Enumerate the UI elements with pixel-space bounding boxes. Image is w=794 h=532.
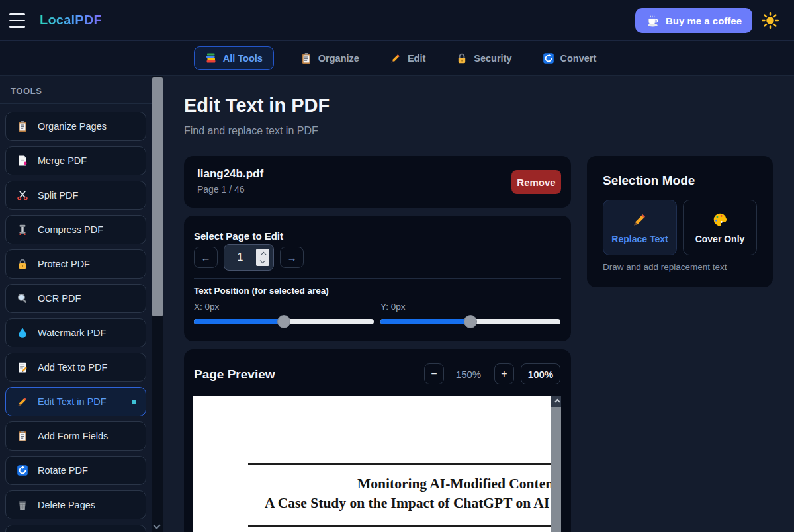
sidebar-item-label: Split PDF [38, 190, 78, 200]
coffee-icon [646, 14, 660, 28]
tool-list: Organize Pages Merge PDF Split PDF Compr… [0, 104, 152, 532]
sidebar-item-label: Add Form Fields [38, 431, 108, 441]
sidebar-item-label: Watermark PDF [38, 328, 106, 338]
sidebar-title: TOOLS [0, 76, 152, 104]
sidebar-item-partial[interactable] [5, 525, 146, 532]
selection-mode-card: Selection Mode Replace Text Cover Only D… [587, 156, 773, 287]
next-page-button[interactable]: → [280, 247, 304, 268]
clamp-icon [17, 224, 28, 236]
sidebar-item-label: Add Text to PDF [38, 362, 107, 373]
preview-scrollbar[interactable] [551, 396, 561, 532]
sidebar-item-label: Rotate PDF [38, 465, 88, 476]
category-navbar: All Tools Organize Edit Security Convert [0, 41, 794, 76]
slider-fill [380, 319, 470, 324]
rotate-icon [543, 52, 554, 64]
pencil-icon [17, 396, 28, 408]
zoom-reset-button[interactable]: 100% [521, 363, 560, 384]
magnifier-icon [17, 292, 28, 304]
mode-button-label: Replace Text [611, 234, 668, 244]
selection-mode-caption: Draw and add replacement text [603, 262, 727, 272]
sidebar-item-label: Edit Text in PDF [38, 396, 107, 407]
chevron-down-icon[interactable] [153, 521, 160, 529]
x-position-slider[interactable] [194, 315, 374, 328]
tab-label: Organize [318, 53, 359, 64]
selection-mode-title: Selection Mode [603, 173, 695, 188]
cover-only-button[interactable]: Cover Only [683, 200, 757, 255]
sidebar-item-add-text[interactable]: Add Text to PDF [5, 353, 146, 382]
sidebar-item-add-form-fields[interactable]: Add Form Fields [5, 421, 146, 451]
tab-security[interactable]: Security [452, 47, 515, 69]
lock-icon [456, 52, 468, 64]
sidebar-item-label: Protect PDF [38, 259, 90, 269]
sidebar-item-protect-pdf[interactable]: Protect PDF [5, 249, 146, 279]
sidebar-item-ocr-pdf[interactable]: OCR PDF [5, 284, 146, 313]
y-position-slider[interactable] [380, 315, 560, 328]
buy-coffee-label: Buy me a coffee [666, 15, 742, 26]
sidebar-item-organize-pages[interactable]: Organize Pages [5, 112, 146, 141]
sidebar-item-label: OCR PDF [38, 293, 81, 304]
slider-thumb[interactable] [277, 315, 290, 328]
clipboard-icon [300, 52, 312, 64]
select-page-title: Select Page to Edit [194, 230, 283, 242]
clipboard-icon [17, 430, 28, 442]
document-title-line1: Monitoring AI-Modified Content [357, 476, 558, 492]
zoom-out-button[interactable]: − [424, 363, 444, 384]
droplet-icon [17, 327, 28, 339]
tab-label: Security [474, 53, 511, 64]
sidebar-item-label: Merge PDF [38, 155, 87, 166]
pencil-icon [390, 52, 402, 64]
memo-icon [17, 361, 28, 373]
tab-all-tools[interactable]: All Tools [194, 46, 274, 70]
sidebar-item-label: Compress PDF [38, 224, 103, 235]
document-rule [248, 525, 551, 527]
sidebar-scrollbar[interactable] [152, 76, 163, 532]
clipboard-icon [17, 120, 28, 132]
sidebar-item-rotate-pdf[interactable]: Rotate PDF [5, 456, 146, 485]
tab-edit[interactable]: Edit [386, 47, 429, 69]
active-indicator-dot [132, 400, 136, 404]
tab-organize[interactable]: Organize [296, 47, 363, 69]
pdf-preview-viewport[interactable]: Monitoring AI-Modified Content A Case St… [193, 396, 561, 532]
buy-coffee-button[interactable]: Buy me a coffee [635, 8, 752, 33]
sun-icon [762, 12, 779, 29]
prev-page-button[interactable]: ← [194, 247, 218, 268]
slider-thumb[interactable] [464, 315, 477, 328]
rotate-icon [17, 465, 28, 476]
mode-button-label: Cover Only [695, 234, 745, 244]
sidebar-item-split-pdf[interactable]: Split PDF [5, 181, 146, 210]
app-header: LocalPDF Buy me a coffee [0, 0, 794, 41]
sidebar-item-merge-pdf[interactable]: Merge PDF [5, 146, 146, 175]
scissors-icon [17, 189, 28, 201]
text-position-title: Text Position (for selected area) [194, 286, 329, 296]
sidebar-item-watermark-pdf[interactable]: Watermark PDF [5, 318, 146, 347]
theme-toggle-button[interactable] [761, 11, 779, 30]
sidebar-item-compress-pdf[interactable]: Compress PDF [5, 215, 146, 244]
tools-sidebar: TOOLS Organize Pages Merge PDF Split PDF… [0, 76, 152, 532]
app-logo[interactable]: LocalPDF [40, 13, 102, 28]
zoom-level: 150% [453, 369, 484, 380]
zoom-in-button[interactable]: + [494, 363, 514, 384]
page-number-input[interactable]: 1 [224, 244, 274, 271]
document-rule [248, 463, 551, 465]
remove-file-button[interactable]: Remove [511, 170, 561, 194]
slider-fill [194, 319, 284, 324]
x-position-label: X: 0px [194, 302, 219, 312]
file-name: liang24b.pdf [197, 167, 558, 181]
number-spinner[interactable] [256, 249, 269, 266]
page-select-card: Select Page to Edit ← 1 → Text Position … [184, 216, 571, 341]
page-title: Edit Text in PDF [184, 95, 330, 116]
scrollbar-thumb[interactable] [152, 77, 163, 316]
page-preview-card: Page Preview − 150% + 100% Monitoring AI… [184, 349, 571, 532]
sidebar-item-edit-text[interactable]: Edit Text in PDF [5, 387, 146, 416]
sidebar-item-delete-pages[interactable]: Delete Pages [5, 490, 146, 519]
tab-convert[interactable]: Convert [539, 47, 601, 69]
merge-doc-icon [17, 155, 28, 167]
replace-text-button[interactable]: Replace Text [603, 200, 677, 255]
page-subtitle: Find and replace text in PDF [184, 125, 318, 137]
lock-icon [17, 258, 28, 270]
hamburger-icon[interactable] [9, 13, 26, 28]
file-card: liang24b.pdf Page 1 / 46 Remove [184, 156, 571, 208]
sidebar-item-label: Organize Pages [38, 121, 107, 132]
scroll-up-button[interactable] [551, 396, 561, 407]
tab-label: All Tools [223, 53, 263, 64]
